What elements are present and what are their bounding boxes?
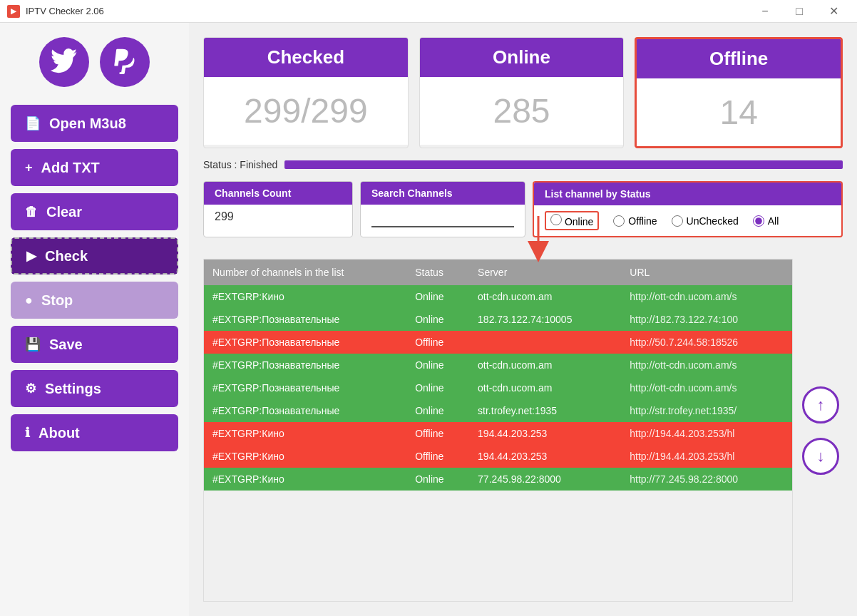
table-row[interactable]: #EXTGRP:Познавательные Offline http://50… [204,331,792,354]
cell-name: #EXTGRP:Познавательные [204,308,406,331]
radio-all[interactable] [753,215,764,227]
online-value: 285 [420,77,624,145]
scroll-up-button[interactable]: ↑ [802,386,839,423]
progress-bar-background [284,160,843,169]
minimize-button[interactable]: − [749,0,781,23]
stop-button[interactable]: ● Stop [11,282,178,319]
col-server: Server [469,260,621,285]
offline-value: 14 [637,78,841,146]
radio-unchecked-label[interactable]: UnChecked [672,215,739,227]
search-input[interactable] [371,210,514,227]
open-m3u8-button[interactable]: 📄 Open M3u8 [11,105,178,142]
cell-status: Online [406,399,469,422]
cell-url: http://ott-cdn.ucom.am/s [621,285,792,308]
about-button[interactable]: ℹ About [11,414,178,451]
table-row[interactable]: #EXTGRP:Кино Online 77.245.98.22:8000 ht… [204,468,792,491]
cell-url: http://182.73.122.74:100 [621,308,792,331]
cell-server: ott-cdn.ucom.am [469,376,621,399]
paypal-button[interactable] [100,37,150,87]
cell-status: Online [406,354,469,376]
radio-offline[interactable] [613,215,625,227]
cell-name: #EXTGRP:Познавательные [204,376,406,399]
cell-url: http://ott-cdn.ucom.am/s [621,376,792,399]
table-row[interactable]: #EXTGRP:Познавательные Online ott-cdn.uc… [204,354,792,376]
search-header: Search Channels [361,182,525,205]
scroll-arrows: ↑ ↓ [799,259,843,602]
checked-header: Checked [204,38,408,77]
cell-status: Online [406,468,469,491]
save-button[interactable]: 💾 Save [11,326,178,363]
radio-online-label[interactable]: Online [545,211,599,230]
social-icons [39,37,150,87]
twitter-button[interactable] [39,37,89,87]
cell-url: http://str.trofey.net:1935/ [621,399,792,422]
check-button[interactable]: ▶ Check [11,237,178,274]
cell-status: Online [406,376,469,399]
col-url: URL [621,260,792,285]
status-bar: Status : Finished [203,159,843,170]
cell-name: #EXTGRP:Познавательные [204,331,406,354]
table-row[interactable]: #EXTGRP:Познавательные Online str.trofey… [204,399,792,422]
window-controls: − □ ✕ [749,0,850,23]
maximize-button[interactable]: □ [783,0,816,23]
play-icon: ▶ [26,248,36,264]
radio-online-text: Online [565,216,593,227]
radio-all-label[interactable]: All [753,215,779,227]
cell-status: Offline [406,422,469,445]
open-icon: 📄 [25,115,41,131]
paypal-icon [111,48,138,76]
search-box: Search Channels [360,181,525,237]
channels-count-box: Channels Count 299 [203,181,353,237]
app-title: IPTV Checker 2.06 [26,6,749,16]
cell-name: #EXTGRP:Познавательные [204,399,406,422]
trash-icon: 🗑 [25,205,38,220]
online-card: Online 285 [419,37,625,148]
search-body [361,205,525,227]
table-header: Number of channels in the list Status Se… [204,260,792,285]
cell-name: #EXTGRP:Познавательные [204,354,406,376]
table-wrapper[interactable]: Number of channels in the list Status Se… [203,259,793,602]
col-status: Status [406,260,469,285]
save-icon: 💾 [25,337,41,352]
table-row[interactable]: #EXTGRP:Познавательные Online 182.73.122… [204,308,792,331]
cell-server: ott-cdn.ucom.am [469,354,621,376]
cell-server: ott-cdn.ucom.am [469,285,621,308]
table-row[interactable]: #EXTGRP:Познавательные Online ott-cdn.uc… [204,376,792,399]
cell-status: Offline [406,445,469,468]
add-icon: + [25,160,33,175]
channels-count-header: Channels Count [204,182,352,205]
cell-status: Online [406,308,469,331]
table-row[interactable]: #EXTGRP:Кино Online ott-cdn.ucom.am http… [204,285,792,308]
scroll-down-button[interactable]: ↓ [802,438,839,475]
table-row[interactable]: #EXTGRP:Кино Offline 194.44.203.253 http… [204,422,792,445]
channel-table: Number of channels in the list Status Se… [204,260,792,491]
cell-status: Offline [406,331,469,354]
radio-unchecked-text: UnChecked [687,215,739,227]
cell-status: Online [406,285,469,308]
col-name: Number of channels in the list [204,260,406,285]
clear-button[interactable]: 🗑 Clear [11,193,178,230]
radio-offline-label[interactable]: Offline [613,215,657,227]
online-header: Online [420,38,624,77]
cell-url: http://77.245.98.22:8000 [621,468,792,491]
settings-button[interactable]: ⚙ Settings [11,370,178,407]
offline-header: Offline [637,39,841,78]
title-bar: ▶ IPTV Checker 2.06 − □ ✕ [0,0,857,23]
cell-url: http://194.44.203.253/hl [621,445,792,468]
cell-server: 194.44.203.253 [469,422,621,445]
status-filter-box: List channel by Status Online Offline Un… [533,181,843,237]
add-txt-button[interactable]: + Add TXT [11,149,178,186]
radio-unchecked[interactable] [672,215,683,227]
table-row[interactable]: #EXTGRP:Кино Offline 194.44.203.253 http… [204,445,792,468]
cell-url: http://ott-cdn.ucom.am/s [621,354,792,376]
cell-server: 194.44.203.253 [469,445,621,468]
cell-name: #EXTGRP:Кино [204,445,406,468]
offline-card: Offline 14 [635,37,843,148]
filter-row: Channels Count 299 Search Channels List … [203,181,843,237]
radio-online[interactable] [550,214,562,225]
table-area: Number of channels in the list Status Se… [203,259,793,602]
radio-all-text: All [768,215,779,227]
channels-count-value: 299 [204,205,352,229]
close-button[interactable]: ✕ [817,0,850,23]
app-body: 📄 Open M3u8 + Add TXT 🗑 Clear ▶ Check ● … [0,23,857,616]
